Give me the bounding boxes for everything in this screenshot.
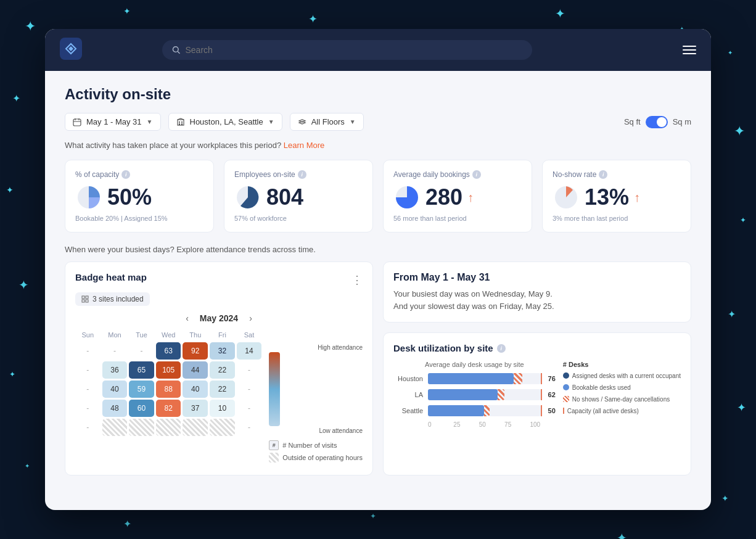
capacity-value: 50% bbox=[107, 184, 152, 210]
seattle-bar-track bbox=[428, 405, 541, 416]
legend-assigned-label: Assigned desks with a current occupant bbox=[572, 372, 681, 380]
bookings-value: 280 bbox=[425, 184, 462, 210]
hash-icon: # bbox=[269, 440, 279, 450]
building-icon bbox=[176, 118, 185, 126]
learn-more-link[interactable]: Learn More bbox=[284, 141, 324, 150]
cal-day-fri: Fri bbox=[210, 329, 235, 340]
sq-ft-label: Sq ft bbox=[624, 117, 641, 126]
busiest-info-text: When were your busiest days? Explore att… bbox=[65, 245, 691, 254]
capacity-sub: Bookable 20% | Assigned 15% bbox=[75, 215, 203, 222]
assigned-dot-icon bbox=[563, 372, 569, 379]
date-info-card: From May 1 - May 31 Your busiest day was… bbox=[383, 261, 691, 323]
sq-toggle-switch[interactable] bbox=[646, 116, 668, 128]
table-row: - bbox=[75, 342, 101, 360]
bar-row-la: LA 62 bbox=[393, 389, 556, 400]
table-row: 40 bbox=[102, 381, 128, 398]
info-icon-capacity: i bbox=[121, 170, 130, 179]
svg-rect-3 bbox=[73, 119, 81, 126]
noshow-value: 13% bbox=[585, 184, 629, 210]
table-row: 44 bbox=[183, 361, 208, 379]
noshow-sub: 3% more than last period bbox=[553, 215, 681, 222]
svg-rect-11 bbox=[181, 123, 183, 125]
table-row: - bbox=[237, 381, 262, 398]
date-arrow-icon: ▼ bbox=[147, 118, 153, 125]
table-row: 36 bbox=[102, 361, 128, 379]
logo bbox=[60, 38, 82, 62]
desk-legend: # Desks Assigned desks with a current oc… bbox=[563, 361, 681, 428]
table-row bbox=[210, 419, 235, 436]
heatmap-card: Badge heat map ⋮ 3 sites included bbox=[65, 261, 373, 475]
date-range-label: May 1 - May 31 bbox=[86, 117, 142, 126]
table-row: - bbox=[102, 342, 128, 360]
bookings-pie bbox=[393, 184, 421, 211]
floor-filter[interactable]: All Floors ▼ bbox=[290, 113, 364, 131]
noshow-pie bbox=[553, 184, 580, 211]
axis-100: 100 bbox=[530, 421, 555, 428]
bookable-dot-icon bbox=[563, 384, 569, 390]
table-row: - bbox=[75, 381, 101, 398]
seattle-bar-fill bbox=[428, 405, 484, 416]
table-row: - bbox=[75, 419, 101, 436]
svg-rect-9 bbox=[181, 121, 183, 123]
search-input[interactable] bbox=[185, 45, 522, 55]
bookings-arrow-icon: ↑ bbox=[467, 191, 474, 205]
location-filter[interactable]: Houston, LA, Seattle ▼ bbox=[168, 113, 282, 131]
table-row: - bbox=[75, 400, 101, 417]
chart-area: Average daily desk usage by site Houston… bbox=[393, 361, 681, 428]
calendar-nav: ‹ May 2024 › bbox=[75, 312, 363, 324]
prev-month-btn[interactable]: ‹ bbox=[182, 312, 192, 324]
slowest-day-text: And your slowest day was on Friday, May … bbox=[393, 300, 681, 313]
metrics-row: % of capacity i 50% Bookable 20% | Assig… bbox=[65, 160, 691, 232]
cal-day-tue: Tue bbox=[129, 329, 154, 340]
houston-capacity-line bbox=[541, 373, 542, 384]
houston-bar-stripe bbox=[514, 373, 523, 384]
right-panel: From May 1 - May 31 Your busiest day was… bbox=[383, 261, 691, 475]
svg-rect-19 bbox=[86, 296, 88, 298]
svg-rect-10 bbox=[179, 123, 180, 125]
metric-bookings-label: Average daily bookings i bbox=[393, 170, 522, 179]
table-row bbox=[183, 419, 208, 436]
metric-employees-label: Employees on-site i bbox=[234, 170, 363, 179]
number-visits-legend: # # Number of visits bbox=[269, 440, 363, 450]
hamburger-menu[interactable] bbox=[683, 46, 696, 54]
busiest-day-text: Your busiest day was on Wednesday, May 9… bbox=[393, 288, 681, 300]
houston-value: 76 bbox=[548, 375, 556, 382]
desk-util-title: Desk utilization by site bbox=[393, 343, 493, 353]
metric-employees: Employees on-site i 804 57% of workforce bbox=[224, 160, 373, 232]
table-row: 32 bbox=[210, 342, 235, 360]
cal-day-mon: Mon bbox=[102, 329, 128, 340]
table-row: 10 bbox=[210, 400, 235, 417]
legend-noshow-label: No shows / Same-day cancellations bbox=[572, 395, 670, 403]
la-capacity-line bbox=[541, 389, 542, 400]
metric-noshow-label: No-show rate i bbox=[553, 170, 681, 179]
floor-arrow-icon: ▼ bbox=[350, 118, 356, 125]
svg-rect-8 bbox=[179, 121, 180, 123]
noshow-stripe-icon bbox=[563, 396, 569, 402]
high-attendance-label: High attendance bbox=[269, 344, 363, 351]
next-month-btn[interactable]: › bbox=[245, 312, 256, 324]
stripe-icon bbox=[269, 453, 279, 463]
calendar-icon bbox=[73, 118, 81, 126]
bottom-section: Badge heat map ⋮ 3 sites included bbox=[65, 261, 691, 475]
date-range-filter[interactable]: May 1 - May 31 ▼ bbox=[65, 113, 161, 131]
houston-bar-track bbox=[428, 373, 541, 384]
seattle-value: 50 bbox=[548, 407, 556, 414]
filters-row: May 1 - May 31 ▼ Houston, LA, Seattle ▼ bbox=[65, 113, 691, 131]
table-row bbox=[156, 419, 181, 436]
bar-chart-title: Average daily desk usage by site bbox=[393, 361, 556, 368]
legend-bookable-label: Bookable desks used bbox=[572, 384, 631, 392]
search-bar[interactable] bbox=[162, 40, 532, 60]
search-icon bbox=[172, 46, 180, 54]
table-row: 65 bbox=[129, 361, 154, 379]
heatmap-title: Badge heat map bbox=[75, 272, 147, 282]
la-value: 62 bbox=[548, 391, 556, 398]
table-row: 40 bbox=[183, 381, 208, 398]
table-row: - bbox=[237, 419, 262, 436]
cal-day-thu: Thu bbox=[183, 329, 208, 340]
axis-50: 50 bbox=[479, 421, 504, 428]
info-icon-desk: i bbox=[497, 344, 506, 353]
info-text: What activity has taken place at your wo… bbox=[65, 141, 691, 150]
heatmap-menu-icon[interactable]: ⋮ bbox=[351, 273, 363, 287]
table-row: - bbox=[75, 361, 101, 379]
houston-label: Houston bbox=[393, 375, 423, 382]
